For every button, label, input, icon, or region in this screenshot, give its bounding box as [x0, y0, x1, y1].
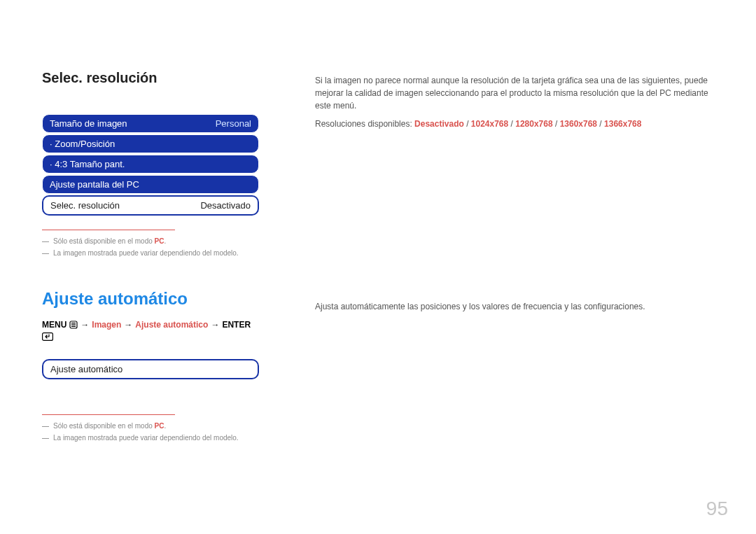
footnote-prefix: Sólo está disponible en el modo	[53, 237, 155, 245]
breadcrumb: MENU → Imagen → Ajuste automático → ENTE…	[42, 320, 259, 341]
dash-icon: ―	[42, 249, 49, 257]
footnote-3: ― Sólo está disponible en el modo PC.	[42, 422, 259, 430]
right-column-1: Si la imagen no parece normal aunque la …	[315, 70, 714, 261]
left-column-2: Ajuste automático MENU → Imagen → Ajuste…	[42, 289, 259, 446]
resolutions-line: Resoluciones disponibles: Desactivado / …	[315, 119, 714, 129]
dash-icon: ―	[42, 434, 49, 442]
res-opt-0: Desactivado	[414, 119, 464, 129]
breadcrumb-ajuste-auto: Ajuste automático	[135, 320, 208, 330]
page: Selec. resolución Tamaño de imagen Perso…	[0, 0, 756, 534]
right-column-2: Ajusta automáticamente las posiciones y …	[315, 289, 714, 446]
breadcrumb-enter: ENTER	[222, 320, 251, 330]
menu-label: Ajuste automático	[50, 364, 122, 374]
res-opt-1: 1024x768	[471, 119, 508, 129]
footnote-text: La imagen mostrada puede variar dependie…	[53, 249, 239, 257]
menu-value: Personal	[216, 118, 251, 129]
svg-rect-3	[71, 326, 76, 327]
res-opt-4: 1366x768	[604, 119, 641, 129]
dash-icon: ―	[42, 237, 49, 245]
footnote-text: La imagen mostrada puede variar dependie…	[53, 434, 239, 442]
left-column-1: Selec. resolución Tamaño de imagen Perso…	[42, 70, 259, 261]
arrow-icon: →	[211, 320, 219, 330]
arrow-icon: →	[124, 320, 132, 330]
breadcrumb-imagen: Imagen	[92, 320, 121, 330]
divider	[42, 230, 175, 230]
menu-label: Selec. resolución	[50, 200, 120, 211]
section-ajuste-automatico: Ajuste automático MENU → Imagen → Ajuste…	[42, 289, 714, 446]
res-label: Resoluciones disponibles:	[315, 119, 414, 129]
heading-ajuste-automatico: Ajuste automático	[42, 289, 259, 309]
menu-value: Desactivado	[200, 200, 251, 211]
svg-rect-1	[71, 323, 76, 323]
footnote-suffix: .	[164, 422, 166, 430]
menu-label: Ajuste pantalla del PC	[50, 179, 139, 190]
breadcrumb-menu: MENU	[42, 320, 66, 330]
dash-icon: ―	[42, 422, 49, 430]
menu-icon	[69, 321, 78, 329]
footnote-red: PC	[155, 422, 164, 430]
footnote-text: Sólo está disponible en el modo PC.	[53, 237, 166, 245]
menu-label: · 4:3 Tamaño pant.	[50, 159, 125, 169]
footnote-1: ― Sólo está disponible en el modo PC.	[42, 237, 259, 245]
menu-box-1: Tamaño de imagen Personal · Zoom/Posició…	[42, 114, 259, 216]
arrow-icon: →	[80, 320, 89, 330]
footnote-prefix: Sólo está disponible en el modo	[53, 422, 155, 430]
svg-rect-2	[71, 324, 76, 325]
menu-item-ajuste-automatico: Ajuste automático	[42, 359, 259, 379]
menu-label: Tamaño de imagen	[50, 118, 127, 129]
body-text-2: Ajusta automáticamente las posiciones y …	[315, 300, 714, 313]
footnote-red: PC	[155, 237, 164, 245]
menu-item-43-tamano: · 4:3 Tamaño pant.	[42, 155, 259, 174]
heading-selec-resolucion: Selec. resolución	[42, 70, 259, 86]
section-selec-resolucion: Selec. resolución Tamaño de imagen Perso…	[42, 70, 714, 261]
footnote-2: ― La imagen mostrada puede variar depend…	[42, 249, 259, 257]
body-text-1: Si la imagen no parece normal aunque la …	[315, 74, 714, 112]
menu-item-tamano-imagen: Tamaño de imagen Personal	[42, 114, 259, 133]
footnote-text: Sólo está disponible en el modo PC.	[53, 422, 166, 430]
res-opt-3: 1360x768	[560, 119, 597, 129]
footnote-suffix: .	[164, 237, 166, 245]
menu-item-ajuste-pantalla-pc: Ajuste pantalla del PC	[42, 175, 259, 194]
enter-icon	[42, 332, 53, 341]
menu-item-selec-resolucion: Selec. resolución Desactivado	[42, 195, 259, 216]
menu-box-2: Ajuste automático	[42, 359, 259, 379]
menu-item-zoom-posicion: · Zoom/Posición	[42, 134, 259, 153]
divider	[42, 414, 175, 415]
footnote-4: ― La imagen mostrada puede variar depend…	[42, 434, 259, 442]
page-number: 95	[706, 498, 728, 520]
menu-label: · Zoom/Posición	[50, 139, 115, 149]
res-opt-2: 1280x768	[515, 119, 552, 129]
